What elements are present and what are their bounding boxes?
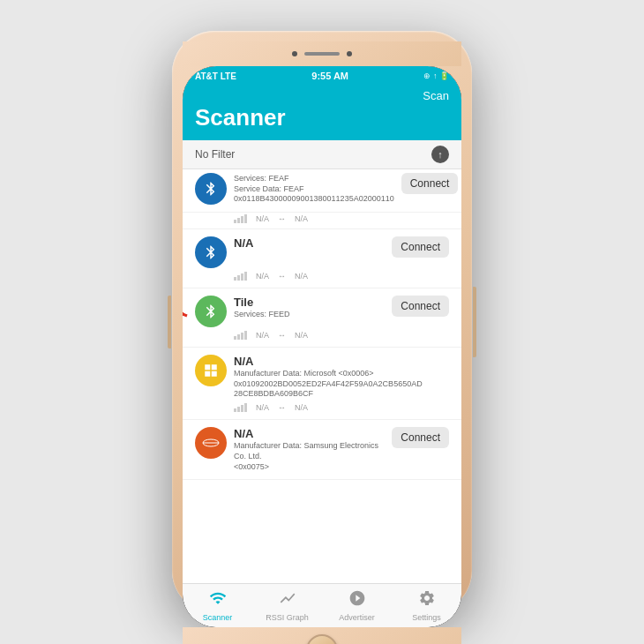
status-bar: AT&T LTE 9:55 AM ⊕ ↑ 🔋	[183, 66, 461, 86]
device-left: N/A Manufacturer Data: Microsoft <0x0006…	[195, 355, 449, 400]
list-item: N/A Manufacturer Data: Microsoft <0x0006…	[183, 348, 461, 420]
advertiser-tab-icon	[348, 589, 366, 611]
carrier-label: AT&T LTE	[195, 71, 236, 81]
scan-button[interactable]: Scan	[423, 89, 449, 102]
tab-bar: Scanner RSSI Graph	[183, 583, 461, 627]
rssi-value: N/A	[256, 331, 269, 340]
tx-label: ↔	[278, 272, 286, 281]
app-title: Scanner	[195, 104, 449, 131]
phone-top-bar	[183, 41, 461, 66]
phone-screen: AT&T LTE 9:55 AM ⊕ ↑ 🔋 Scan Scanner No F…	[183, 66, 461, 627]
rssi-value: N/A	[256, 272, 269, 281]
list-item: N/A Connect N/A ↔ N/A	[183, 229, 461, 288]
settings-tab-label: Settings	[412, 613, 441, 622]
device-info: N/A	[234, 236, 385, 250]
camera-dot-2	[347, 51, 352, 56]
signal-row: N/A ↔ N/A	[183, 213, 461, 229]
settings-tab-icon	[418, 589, 436, 611]
device-header: N/A Manufacturer Data: Samsung Electroni…	[195, 427, 449, 472]
status-icons: ⊕ ↑ 🔋	[423, 71, 449, 80]
signal-bars	[234, 403, 247, 412]
device-header: Tile Services: FEED Connect	[195, 296, 449, 327]
tab-advertiser[interactable]: Advertiser	[322, 584, 392, 627]
device-detail: Manufacturer Data: Samsung Electronics C…	[234, 441, 385, 472]
tab-scanner[interactable]: Scanner	[183, 584, 252, 627]
red-arrow-annotation	[183, 303, 196, 333]
bluetooth-icon	[195, 296, 227, 327]
bluetooth-icon	[195, 173, 227, 205]
device-list: Services: FEAFService Data: FEAF0x0118B4…	[183, 169, 461, 583]
connect-button[interactable]: Connect	[392, 236, 449, 258]
tx-label: ↔	[278, 331, 286, 340]
tx-value: N/A	[295, 403, 308, 412]
device-name: N/A	[234, 236, 385, 250]
speaker-grill	[304, 52, 340, 56]
signal-bars	[234, 214, 247, 223]
tx-value: N/A	[295, 272, 308, 281]
app-screen: AT&T LTE 9:55 AM ⊕ ↑ 🔋 Scan Scanner No F…	[183, 66, 461, 627]
filter-label: No Filter	[195, 148, 235, 161]
samsung-icon	[195, 427, 227, 459]
device-header: N/A Connect	[195, 236, 449, 268]
bluetooth-icon	[195, 236, 227, 268]
device-header: N/A Manufacturer Data: Microsoft <0x0006…	[195, 355, 449, 400]
device-info: Services: FEAFService Data: FEAF0x0118B4…	[234, 173, 394, 205]
device-detail: Manufacturer Data: Microsoft <0x0006>0x0…	[234, 369, 449, 400]
rssi-tab-label: RSSI Graph	[266, 613, 309, 622]
connect-button[interactable]: Connect	[392, 427, 449, 448]
device-info: N/A Manufacturer Data: Microsoft <0x0006…	[234, 355, 449, 400]
list-item: N/A Manufacturer Data: Samsung Electroni…	[183, 420, 461, 480]
scanner-tab-icon	[209, 589, 227, 611]
home-button[interactable]	[306, 634, 338, 644]
tx-value: N/A	[295, 214, 308, 223]
device-left: Tile Services: FEED	[195, 296, 385, 327]
connect-button[interactable]: Connect	[392, 296, 449, 317]
camera-dot	[292, 51, 297, 56]
connect-button[interactable]: Connect	[401, 173, 459, 194]
list-item: Services: FEAFService Data: FEAF0x0118B4…	[183, 169, 461, 213]
device-detail: Services: FEED	[234, 310, 385, 320]
device-left: N/A Manufacturer Data: Samsung Electroni…	[195, 427, 385, 472]
signal-bars	[234, 272, 247, 281]
device-left: Services: FEAFService Data: FEAF0x0118B4…	[195, 173, 394, 205]
scanner-tab-label: Scanner	[203, 613, 233, 622]
tx-label: ↔	[278, 403, 286, 412]
rssi-value: N/A	[256, 214, 269, 223]
device-name: N/A	[234, 355, 449, 368]
device-left: N/A	[195, 236, 385, 268]
tab-rssi-graph[interactable]: RSSI Graph	[252, 584, 322, 627]
status-icons-label: ⊕ ↑ 🔋	[423, 71, 449, 80]
tx-label: ↔	[278, 214, 286, 223]
app-header: Scan Scanner	[183, 86, 461, 140]
device-header: Services: FEAFService Data: FEAF0x0118B4…	[195, 173, 449, 205]
grid-icon	[195, 355, 227, 386]
home-button-area	[183, 627, 461, 644]
filter-bar: No Filter ↑	[183, 140, 461, 169]
signal-bars	[234, 331, 247, 340]
device-info: N/A Manufacturer Data: Samsung Electroni…	[234, 427, 385, 472]
scan-row: Scan	[195, 89, 449, 102]
upload-icon[interactable]: ↑	[431, 146, 449, 163]
rssi-value: N/A	[256, 403, 269, 412]
device-detail: Services: FEAFService Data: FEAF0x0118B4…	[234, 174, 394, 205]
advertiser-tab-label: Advertiser	[339, 613, 375, 622]
signal-row: N/A ↔ N/A	[195, 403, 449, 412]
signal-row: N/A ↔ N/A	[195, 331, 449, 340]
device-name: N/A	[234, 427, 385, 440]
device-info: Tile Services: FEED	[234, 296, 385, 320]
time-label: 9:55 AM	[311, 71, 348, 81]
device-name: Tile	[234, 296, 385, 309]
list-item: Tile Services: FEED Connect N/A ↔ N/A	[183, 288, 461, 348]
phone-frame: AT&T LTE 9:55 AM ⊕ ↑ 🔋 Scan Scanner No F…	[172, 31, 472, 613]
tab-settings[interactable]: Settings	[392, 584, 461, 627]
signal-row: N/A ↔ N/A	[195, 272, 449, 281]
rssi-tab-icon	[279, 589, 296, 611]
tx-value: N/A	[295, 331, 308, 340]
